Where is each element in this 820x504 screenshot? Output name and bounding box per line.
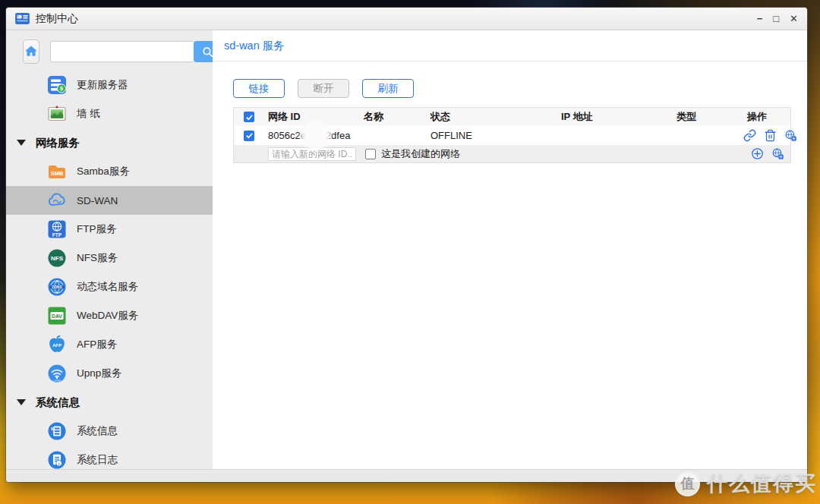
sidebar-item-label: 系统信息 xyxy=(77,424,118,438)
collapse-triangle-icon xyxy=(17,399,26,405)
col-header-actions: 操作 xyxy=(743,110,790,124)
main-panel: sd-wan 服务 链接 断开 刷新 xyxy=(213,30,807,469)
sidebar-item-afp[interactable]: AFP AFP服务 xyxy=(6,330,213,359)
system-info-icon xyxy=(47,421,67,441)
smb-folder-icon: SMB xyxy=(47,162,67,181)
sidebar-item-wallpaper[interactable]: 墙 纸 xyxy=(6,99,213,128)
globe-gear-icon[interactable] xyxy=(771,147,784,160)
afp-icon: AFP xyxy=(47,335,67,354)
minimize-button[interactable]: − xyxy=(757,14,763,24)
sidebar-item-upnp[interactable]: UPNP Upnp服务 xyxy=(6,359,213,388)
update-server-icon: $ xyxy=(47,75,67,95)
sidebar-item-label: 更新服务器 xyxy=(77,78,128,92)
my-network-checkbox-label: 这是我创建的网络 xyxy=(381,147,460,161)
sidebar-item-label: 系统日志 xyxy=(77,453,118,467)
row-checkbox[interactable] xyxy=(244,131,254,141)
svg-text:SMB: SMB xyxy=(51,170,64,177)
sidebar-item-nfs[interactable]: NFS NFS服务 xyxy=(6,244,213,272)
sidebar-section-label: 系统信息 xyxy=(36,395,80,410)
check-icon xyxy=(245,113,254,121)
link-button[interactable]: 链接 xyxy=(233,79,285,98)
titlebar: 控制中心 − □ ✕ xyxy=(6,8,807,30)
plus-circle-icon[interactable] xyxy=(751,147,764,160)
nfs-icon: NFS xyxy=(47,248,67,268)
sidebar-item-label: 动态域名服务 xyxy=(77,280,138,294)
sdwan-cloud-icon xyxy=(47,191,67,210)
col-header-type: 类型 xyxy=(673,110,743,124)
toolbar: 链接 断开 刷新 xyxy=(233,79,807,98)
home-icon xyxy=(24,44,39,59)
page-title: sd-wan 服务 xyxy=(224,39,285,53)
sidebar-item-label: WebDAV服务 xyxy=(77,309,138,323)
link-icon[interactable] xyxy=(743,129,756,142)
control-center-window: 控制中心 − □ ✕ xyxy=(6,8,807,482)
close-button[interactable]: ✕ xyxy=(790,14,798,24)
sidebar-item-system-info[interactable]: 系统信息 xyxy=(6,417,213,446)
maximize-button[interactable]: □ xyxy=(773,14,779,24)
ddns-icon: DDNS xyxy=(47,277,67,297)
refresh-button[interactable]: 刷新 xyxy=(362,79,414,98)
status-cell: OFFLINE xyxy=(427,130,557,141)
privacy-blur-overlay xyxy=(301,120,331,150)
trash-icon[interactable] xyxy=(764,129,777,142)
wallpaper-icon xyxy=(47,104,67,124)
sidebar-item-ddns[interactable]: DDNS 动态域名服务 xyxy=(6,272,213,301)
ftp-icon: FTP xyxy=(47,219,67,239)
col-header-ip: IP 地址 xyxy=(557,110,673,124)
svg-text:DAV: DAV xyxy=(52,313,62,319)
sidebar-item-sdwan[interactable]: SD-WAN xyxy=(6,186,213,215)
sidebar: $ 更新服务器 墙 纸 网络服务 SMB xyxy=(6,30,213,469)
desktop: 控制中心 − □ ✕ xyxy=(0,0,820,504)
svg-text:NFS: NFS xyxy=(51,255,64,262)
check-icon xyxy=(245,131,254,140)
sidebar-section-label: 网络服务 xyxy=(36,136,80,150)
svg-text:AFP: AFP xyxy=(52,343,62,348)
sidebar-item-label: Upnp服务 xyxy=(77,367,121,380)
svg-text:DDNS: DDNS xyxy=(52,285,62,289)
sidebar-item-label: 墙 纸 xyxy=(77,107,100,121)
sidebar-item-label: FTP服务 xyxy=(77,222,117,236)
collapse-triangle-icon xyxy=(17,140,26,146)
select-all-checkbox[interactable] xyxy=(244,112,254,122)
disconnect-button[interactable]: 断开 xyxy=(298,79,349,98)
col-header-status: 状态 xyxy=(427,110,557,124)
my-network-checkbox[interactable] xyxy=(365,149,376,159)
svg-text:FTP: FTP xyxy=(52,232,62,238)
sidebar-item-label: Samba服务 xyxy=(77,165,130,178)
webdav-icon: DAV xyxy=(47,306,67,326)
sidebar-item-label: SD-WAN xyxy=(77,195,118,206)
search-icon xyxy=(201,46,214,58)
svg-text:UPNP: UPNP xyxy=(53,380,62,383)
sidebar-item-label: NFS服务 xyxy=(77,251,118,265)
sidebar-item-ftp[interactable]: FTP FTP服务 xyxy=(6,215,213,244)
upnp-icon: UPNP xyxy=(47,364,67,383)
watermark: 值 什么值得买 xyxy=(675,470,817,497)
sidebar-section-system-info[interactable]: 系统信息 xyxy=(6,388,213,417)
search-input[interactable] xyxy=(50,41,194,62)
smzdm-logo: 值 xyxy=(675,471,700,496)
col-header-name: 名称 xyxy=(360,110,427,124)
sidebar-item-samba[interactable]: SMB Samba服务 xyxy=(6,157,213,186)
watermark-text: 什么值得买 xyxy=(707,470,817,497)
home-button[interactable] xyxy=(23,39,39,64)
system-log-icon: i xyxy=(47,450,67,470)
window-title: 控制中心 xyxy=(36,12,78,26)
globe-gear-icon[interactable] xyxy=(784,129,797,142)
sidebar-item-label: AFP服务 xyxy=(77,338,117,351)
sidebar-section-network-services[interactable]: 网络服务 xyxy=(6,128,213,157)
main-header: sd-wan 服务 xyxy=(213,30,807,61)
sidebar-item-update-server[interactable]: $ 更新服务器 xyxy=(6,71,213,99)
sidebar-item-webdav[interactable]: DAV WebDAV服务 xyxy=(6,301,213,330)
app-icon xyxy=(15,13,30,24)
